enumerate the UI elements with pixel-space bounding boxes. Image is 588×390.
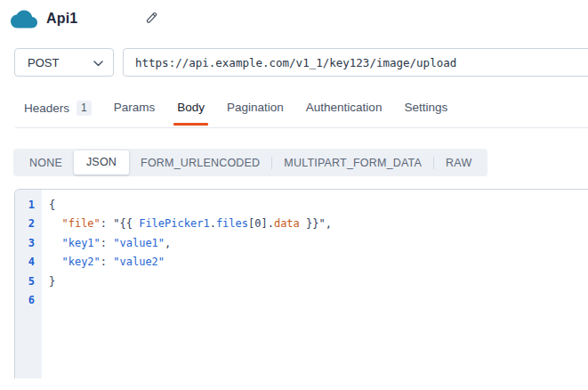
tab-pagination[interactable]: Pagination <box>225 101 286 126</box>
body-type-json[interactable]: JSON <box>74 150 129 175</box>
tab-headers[interactable]: Headers 1 <box>22 101 93 127</box>
pencil-icon <box>145 11 158 28</box>
body-type-selector: NONE JSON FORM_URLENCODED MULTIPART_FORM… <box>13 149 487 176</box>
request-tabs: Headers 1 Params Body Pagination Authent… <box>15 101 588 128</box>
tab-authentication-label: Authentication <box>306 101 383 114</box>
tab-settings[interactable]: Settings <box>402 101 449 126</box>
page-title: Api1 <box>46 11 77 27</box>
tab-pagination-label: Pagination <box>227 101 284 114</box>
line-number: 1 <box>15 196 42 215</box>
code-line[interactable]: ​ <box>49 291 588 310</box>
chevron-down-icon <box>93 56 103 69</box>
code-lines[interactable]: { "file": "{{ FilePicker1.files[0].data … <box>42 190 588 378</box>
method-select-value: POST <box>28 56 59 69</box>
code-line[interactable]: "file": "{{ FilePicker1.files[0].data }}… <box>49 215 588 233</box>
url-input[interactable] <box>123 48 588 77</box>
tab-headers-label: Headers <box>24 102 69 115</box>
code-line[interactable]: "key1": "value1", <box>49 234 588 253</box>
line-number: 4 <box>15 253 42 272</box>
code-line[interactable]: { <box>49 196 588 215</box>
tab-body[interactable]: Body <box>175 101 206 126</box>
json-body-editor[interactable]: 123456 { "file": "{{ FilePicker1.files[0… <box>14 189 588 378</box>
body-type-raw[interactable]: RAW <box>434 157 483 169</box>
tab-body-label: Body <box>177 101 205 114</box>
line-number: 3 <box>15 234 42 253</box>
tab-params-label: Params <box>114 101 156 114</box>
body-type-none[interactable]: NONE <box>18 157 74 169</box>
request-row: POST <box>14 48 588 77</box>
cloud-icon <box>11 9 37 29</box>
line-number: 5 <box>15 272 42 291</box>
gutter: 123456 <box>15 190 42 378</box>
app-header: Api1 <box>0 0 588 28</box>
body-type-form-urlencoded[interactable]: FORM_URLENCODED <box>129 157 271 169</box>
code-line[interactable]: } <box>49 272 588 291</box>
line-number: 6 <box>15 291 42 310</box>
edit-title-button[interactable] <box>145 11 158 28</box>
method-select[interactable]: POST <box>14 48 114 77</box>
headers-count-badge: 1 <box>77 101 92 116</box>
tab-authentication[interactable]: Authentication <box>304 101 384 126</box>
tab-params[interactable]: Params <box>112 101 157 126</box>
code-line[interactable]: "key2": "value2" <box>49 253 588 272</box>
body-type-multipart-form-data[interactable]: MULTIPART_FORM_DATA <box>272 157 433 169</box>
line-number: 2 <box>15 215 42 233</box>
tab-settings-label: Settings <box>404 101 447 114</box>
